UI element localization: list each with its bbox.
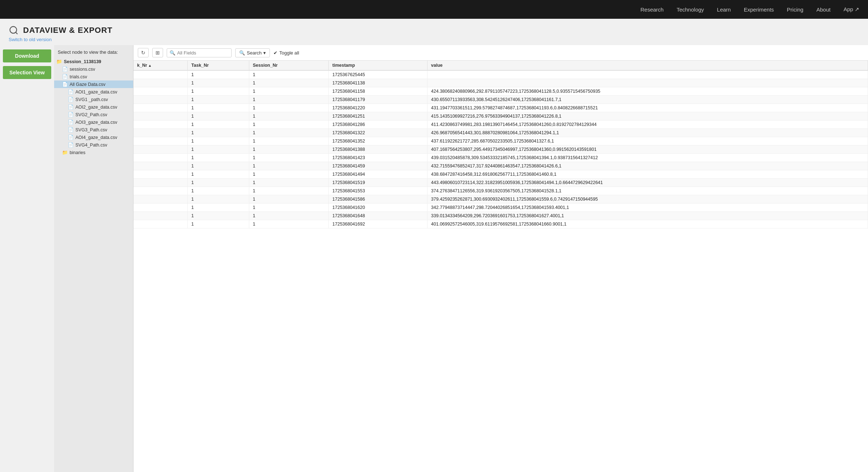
cell-value: 374.27638471126556,319.93619203567505,17…	[427, 187, 868, 195]
table-row: 111725368041586379.4259235262871,300.693…	[133, 195, 868, 204]
nav-item-app[interactable]: App ↗	[843, 6, 859, 13]
cell-k_nr	[133, 145, 188, 154]
cell-value: 342.77948873714447,298.72044026851654,17…	[427, 204, 868, 212]
tree-item-sessions-csv[interactable]: 📄sessions.csv	[54, 65, 133, 73]
table-row: 111725368041459432.71559476852417,317.92…	[133, 162, 868, 170]
cell-k_nr	[133, 187, 188, 195]
cell-timestamp: 1725368041586	[329, 195, 428, 204]
tree-root[interactable]: 📁 Session_1138139	[54, 58, 133, 65]
file-icon: 📄	[62, 66, 68, 72]
cell-session_nr: 1	[249, 87, 329, 96]
tree-item-svg2-path-csv[interactable]: 📄SVG2_Path.csv	[54, 111, 133, 118]
file-tree-panel: Select node to view the data: 📁 Session_…	[54, 45, 133, 472]
tree-item-all-gaze-data-csv[interactable]: 📄All Gaze Data.csv	[54, 80, 133, 88]
dataview-icon	[9, 25, 19, 35]
tree-item-aoi2-gaze-data-csv[interactable]: 📄AOI2_gaze_data.csv	[54, 103, 133, 111]
cell-session_nr: 1	[249, 154, 329, 162]
cell-value: 339.0134334564209,296.7203691601753,1725…	[427, 212, 868, 220]
cell-value	[427, 79, 868, 87]
nav-item-technology[interactable]: Technology	[676, 6, 704, 13]
search-icon: 🔍	[239, 50, 245, 56]
table-row: 111725368041286411.4230863749981,283.198…	[133, 121, 868, 129]
cell-timestamp: 1725368041179	[329, 96, 428, 104]
tree-item-svg4-path-csv[interactable]: 📄SVG4_Path.csv	[54, 141, 133, 149]
cell-task_nr: 1	[188, 220, 249, 228]
cell-timestamp: 1725368041620	[329, 204, 428, 212]
toggle-all-label: Toggle all	[279, 50, 299, 56]
nav-item-pricing[interactable]: Pricing	[787, 6, 803, 13]
table-row: 111725368041251415.14351069927216,276.97…	[133, 112, 868, 121]
download-button[interactable]: Download	[3, 49, 51, 62]
cell-timestamp: 1725368041692	[329, 220, 428, 228]
cell-k_nr	[133, 179, 188, 187]
cell-task_nr: 1	[188, 112, 249, 121]
cell-k_nr	[133, 121, 188, 129]
tree-item-aoi1-gaze-data-csv[interactable]: 📄AOI1_gaze_data.csv	[54, 88, 133, 96]
table-row: 111725368041179430.65507113933563,308.54…	[133, 96, 868, 104]
cell-value: 431.1947703361511,299.5798274874687,1725…	[427, 104, 868, 112]
cell-k_nr	[133, 79, 188, 87]
cell-k_nr	[133, 170, 188, 179]
selection-view-button[interactable]: Selection View	[3, 66, 51, 79]
col-header-k_nr[interactable]: k_Nr	[133, 61, 188, 70]
cell-session_nr: 1	[249, 195, 329, 204]
svg-line-1	[16, 32, 17, 34]
table-row: 111725368041138	[133, 79, 868, 87]
table-row: 111725368041553374.27638471126556,319.93…	[133, 187, 868, 195]
col-header-value[interactable]: value	[427, 61, 868, 70]
cell-k_nr	[133, 195, 188, 204]
cell-timestamp: 1725368041423	[329, 154, 428, 162]
cell-value: 432.71559476852417,317.92440861463547,17…	[427, 162, 868, 170]
nav-item-learn[interactable]: Learn	[717, 6, 731, 13]
tree-item-aoi3-gaze-data-csv[interactable]: 📄AOI3_gaze_data.csv	[54, 118, 133, 126]
cell-session_nr: 1	[249, 179, 329, 187]
search-field-icon: 🔍	[170, 50, 175, 56]
cell-task_nr: 1	[188, 121, 249, 129]
cell-session_nr: 1	[249, 79, 329, 87]
cell-k_nr	[133, 162, 188, 170]
search-input[interactable]	[167, 48, 232, 57]
toggle-all-button[interactable]: ✔ Toggle all	[273, 50, 299, 56]
table-row: 111725368041388407.1687564253807,295.449…	[133, 145, 868, 154]
table-row: 111725368041220431.1947703361511,299.579…	[133, 104, 868, 112]
switch-version-link[interactable]: Switch to old version	[9, 37, 52, 42]
cell-timestamp: 1725368041388	[329, 145, 428, 154]
cell-task_nr: 1	[188, 145, 249, 154]
cell-k_nr	[133, 104, 188, 112]
refresh-button[interactable]: ↻	[138, 48, 149, 57]
cell-task_nr: 1	[188, 129, 249, 137]
tree-header: Select node to view the data:	[54, 48, 133, 58]
nav-item-research[interactable]: Research	[640, 6, 663, 13]
columns-button[interactable]: ⊞	[152, 48, 163, 57]
cell-session_nr: 1	[249, 121, 329, 129]
cell-session_nr: 1	[249, 96, 329, 104]
col-header-task_nr[interactable]: Task_Nr	[188, 61, 249, 70]
cell-task_nr: 1	[188, 70, 249, 79]
cell-task_nr: 1	[188, 87, 249, 96]
tree-item-trials-csv[interactable]: 📄trials.csv	[54, 73, 133, 80]
nav-item-about[interactable]: About	[816, 6, 830, 13]
top-navigation: ResearchTechnologyLearnExperimentsPricin…	[0, 0, 868, 19]
cell-timestamp: 1725368041459	[329, 162, 428, 170]
tree-item-aoi4-gaze-data-csv[interactable]: 📄AOI4_gaze_data.csv	[54, 134, 133, 141]
tree-item-binaries[interactable]: 📁binaries	[54, 149, 133, 156]
folder-icon: 📁	[56, 59, 62, 64]
data-table-container[interactable]: k_NrTask_NrSession_Nrtimestampvalue 1117…	[133, 61, 868, 472]
page-header: DATAVIEW & EXPORT Switch to old version	[0, 19, 868, 45]
file-icon: 📄	[68, 142, 74, 148]
cell-timestamp: 1725368041220	[329, 104, 428, 112]
data-table: k_NrTask_NrSession_Nrtimestampvalue 1117…	[133, 61, 868, 228]
cell-k_nr	[133, 96, 188, 104]
cell-task_nr: 1	[188, 104, 249, 112]
nav-item-experiments[interactable]: Experiments	[744, 6, 774, 13]
tree-item-svg1--path-csv[interactable]: 📄SVG1 _path.csv	[54, 96, 133, 103]
cell-session_nr: 1	[249, 162, 329, 170]
tree-item-svg3-path-csv[interactable]: 📄SVG3_Path.csv	[54, 126, 133, 134]
cell-value	[427, 70, 868, 79]
file-icon: 📁	[62, 150, 68, 155]
col-header-timestamp[interactable]: timestamp	[329, 61, 428, 70]
file-icon: 📄	[68, 89, 74, 95]
search-button[interactable]: 🔍 Search ▾	[235, 48, 270, 57]
col-header-session_nr[interactable]: Session_Nr	[249, 61, 329, 70]
cell-timestamp: 1725368041553	[329, 187, 428, 195]
